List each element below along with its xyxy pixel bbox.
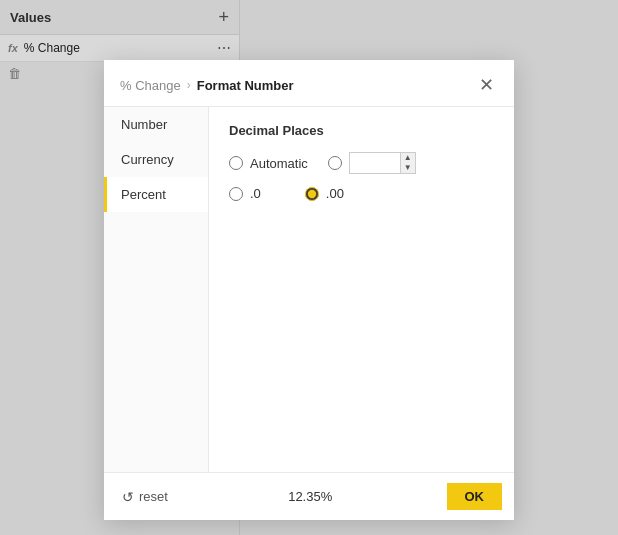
radio-row-1: Automatic ▲ ▼ [229,152,494,174]
breadcrumb-step: % Change [120,78,181,93]
reset-label: reset [139,489,168,504]
modal-footer: ↺ reset 12.35% OK [104,472,514,520]
two-decimal-label: .00 [326,186,344,201]
zero-decimal-radio[interactable] [229,187,243,201]
modal-header: % Change › Format Number ✕ [104,60,514,107]
spinner-down-button[interactable]: ▼ [401,163,415,173]
format-content: Decimal Places Automatic [209,107,514,472]
two-decimal-radio[interactable] [305,187,319,201]
zero-decimal-label: .0 [250,186,261,201]
custom-input-option: ▲ ▼ [328,152,416,174]
spinner-up-button[interactable]: ▲ [401,153,415,163]
format-nav: Number Currency Percent [104,107,209,472]
nav-item-number[interactable]: Number [104,107,208,142]
decimal-input-wrapper: ▲ ▼ [349,152,416,174]
reset-icon: ↺ [122,489,134,505]
decimal-options: Automatic ▲ ▼ [229,152,494,201]
nav-item-currency[interactable]: Currency [104,142,208,177]
automatic-option[interactable]: Automatic [229,156,308,171]
radio-row-2: .0 .00 [229,186,494,201]
custom-radio[interactable] [328,156,342,170]
zero-decimal-option[interactable]: .0 [229,186,261,201]
automatic-label: Automatic [250,156,308,171]
breadcrumb-current: Format Number [197,78,294,93]
two-decimal-option[interactable]: .00 [305,186,344,201]
preview-value: 12.35% [182,489,439,504]
nav-item-percent[interactable]: Percent [104,177,208,212]
modal-body: Number Currency Percent Decimal Places [104,107,514,472]
reset-button[interactable]: ↺ reset [116,485,174,509]
decimal-spinner: ▲ ▼ [401,152,416,174]
breadcrumb: % Change › Format Number [120,78,475,93]
decimal-input[interactable] [349,152,401,174]
close-button[interactable]: ✕ [475,74,498,96]
decimal-places-title: Decimal Places [229,123,494,138]
ok-button[interactable]: OK [447,483,503,510]
automatic-radio[interactable] [229,156,243,170]
modal-overlay: % Change › Format Number ✕ Number Curren… [0,0,618,535]
format-number-modal: % Change › Format Number ✕ Number Curren… [104,60,514,520]
breadcrumb-chevron-icon: › [187,78,191,92]
